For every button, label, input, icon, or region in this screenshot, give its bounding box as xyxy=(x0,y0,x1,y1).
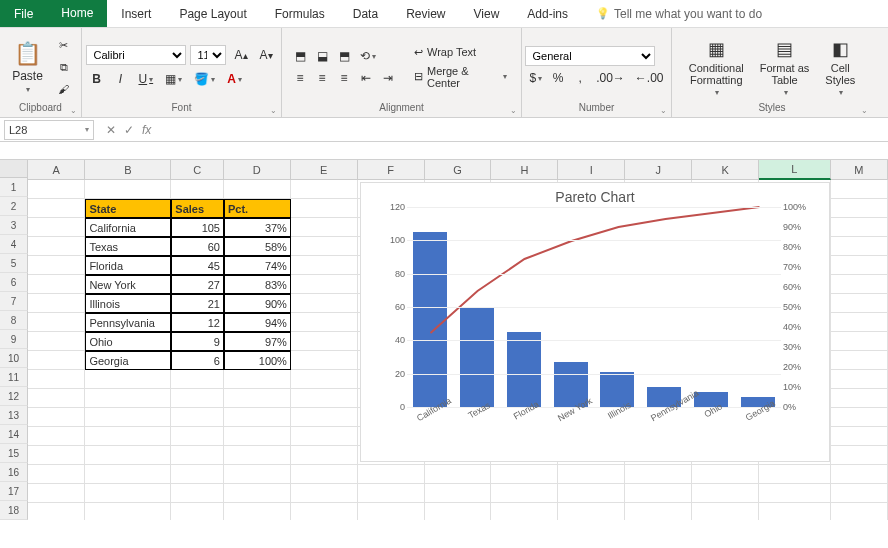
font-color-icon: A xyxy=(227,72,236,86)
group-font: Calibri 11 A▴ A▾ B I U ▦ 🪣 A Font xyxy=(82,28,282,117)
font-size-select[interactable]: 11 xyxy=(190,45,226,65)
format-as-table-button[interactable]: ▤Format as Table xyxy=(754,36,816,99)
tab-addins[interactable]: Add-ins xyxy=(513,0,582,27)
bold-button[interactable]: B xyxy=(86,69,106,89)
cell-styles-button[interactable]: ◧Cell Styles xyxy=(819,36,861,99)
increase-font-button[interactable]: A▴ xyxy=(230,45,251,65)
row-header-12[interactable]: 12 xyxy=(0,387,28,406)
cancel-formula-button[interactable]: ✕ xyxy=(106,123,116,137)
copy-icon: ⧉ xyxy=(60,61,68,74)
percent-format-button[interactable]: % xyxy=(548,68,568,88)
row-header-2[interactable]: 2 xyxy=(0,197,28,216)
group-label-clipboard: Clipboard xyxy=(8,102,73,115)
row-header-8[interactable]: 8 xyxy=(0,311,28,330)
column-header-H[interactable]: H xyxy=(491,160,558,180)
decrease-indent-button[interactable]: ⇤ xyxy=(356,68,376,88)
group-label-font: Font xyxy=(90,102,273,115)
table-icon: ▤ xyxy=(776,38,793,60)
decrease-font-button[interactable]: A▾ xyxy=(256,45,277,65)
row-header-4[interactable]: 4 xyxy=(0,235,28,254)
conditional-formatting-button[interactable]: ▦Conditional Formatting xyxy=(683,36,750,99)
orientation-button[interactable]: ⟲ xyxy=(356,46,380,66)
clipboard-icon: 📋 xyxy=(14,41,41,67)
align-bottom-button[interactable]: ⬒ xyxy=(334,46,354,66)
row-header-7[interactable]: 7 xyxy=(0,292,28,311)
fx-button[interactable]: fx xyxy=(142,123,151,137)
align-left-button[interactable]: ≡ xyxy=(290,68,310,88)
tab-home[interactable]: Home xyxy=(47,0,107,27)
row-header-11[interactable]: 11 xyxy=(0,368,28,387)
select-all-corner[interactable] xyxy=(0,160,28,178)
wrap-text-button[interactable]: ↩Wrap Text xyxy=(408,44,513,61)
column-header-D[interactable]: D xyxy=(224,160,291,180)
fill-color-button[interactable]: 🪣 xyxy=(190,69,219,89)
align-right-button[interactable]: ≡ xyxy=(334,68,354,88)
row-header-9[interactable]: 9 xyxy=(0,330,28,349)
row-header-14[interactable]: 14 xyxy=(0,425,28,444)
tell-me-search[interactable]: Tell me what you want to do xyxy=(582,0,776,27)
tab-formulas[interactable]: Formulas xyxy=(261,0,339,27)
align-top-button[interactable]: ⬒ xyxy=(290,46,310,66)
font-name-select[interactable]: Calibri xyxy=(86,45,186,65)
cut-button[interactable]: ✂ xyxy=(55,36,73,54)
row-header-6[interactable]: 6 xyxy=(0,273,28,292)
column-header-M[interactable]: M xyxy=(831,160,888,180)
tab-data[interactable]: Data xyxy=(339,0,392,27)
cond-format-icon: ▦ xyxy=(708,38,725,60)
column-header-C[interactable]: C xyxy=(171,160,224,180)
column-header-J[interactable]: J xyxy=(625,160,692,180)
column-header-E[interactable]: E xyxy=(291,160,358,180)
tab-review[interactable]: Review xyxy=(392,0,459,27)
font-color-button[interactable]: A xyxy=(223,69,246,89)
accounting-format-button[interactable]: $ xyxy=(525,68,546,88)
column-header-A[interactable]: A xyxy=(28,160,85,180)
italic-button[interactable]: I xyxy=(110,69,130,89)
tab-insert[interactable]: Insert xyxy=(107,0,165,27)
column-header-B[interactable]: B xyxy=(85,160,171,180)
row-header-13[interactable]: 13 xyxy=(0,406,28,425)
row-header-5[interactable]: 5 xyxy=(0,254,28,273)
cell-styles-icon: ◧ xyxy=(832,38,849,60)
chart-title: Pareto Chart xyxy=(361,183,829,207)
column-header-F[interactable]: F xyxy=(358,160,425,180)
increase-decimal-button[interactable]: .00→ xyxy=(592,68,629,88)
decrease-decimal-button[interactable]: ←.00 xyxy=(631,68,668,88)
align-center-button[interactable]: ≡ xyxy=(312,68,332,88)
align-middle-button[interactable]: ⬓ xyxy=(312,46,332,66)
tab-view[interactable]: View xyxy=(460,0,514,27)
underline-button[interactable]: U xyxy=(134,69,157,89)
tab-file[interactable]: File xyxy=(0,0,47,27)
enter-formula-button[interactable]: ✓ xyxy=(124,123,134,137)
scissors-icon: ✂ xyxy=(59,39,68,52)
group-label-styles: Styles xyxy=(680,102,864,115)
row-header-3[interactable]: 3 xyxy=(0,216,28,235)
paste-button[interactable]: 📋 Paste ▾ xyxy=(8,39,47,96)
tab-page-layout[interactable]: Page Layout xyxy=(165,0,260,27)
group-styles: ▦Conditional Formatting ▤Format as Table… xyxy=(672,28,872,117)
group-label-alignment: Alignment xyxy=(290,102,513,115)
pareto-chart[interactable]: Pareto Chart 020406080100120 0%10%20%30%… xyxy=(360,182,830,462)
row-header-18[interactable]: 18 xyxy=(0,501,28,520)
borders-button[interactable]: ▦ xyxy=(161,69,186,89)
increase-indent-button[interactable]: ⇥ xyxy=(378,68,398,88)
comma-format-button[interactable]: , xyxy=(570,68,590,88)
name-box[interactable]: L28▾ xyxy=(4,120,94,140)
format-painter-button[interactable]: 🖌 xyxy=(55,80,73,98)
border-icon: ▦ xyxy=(165,72,176,86)
row-header-17[interactable]: 17 xyxy=(0,482,28,501)
column-header-I[interactable]: I xyxy=(558,160,625,180)
column-header-G[interactable]: G xyxy=(425,160,492,180)
column-header-L[interactable]: L xyxy=(759,160,831,180)
row-header-1[interactable]: 1 xyxy=(0,178,28,197)
merge-center-button[interactable]: ⊟Merge & Center xyxy=(408,63,513,91)
formula-bar: L28▾ ✕ ✓ fx xyxy=(0,118,888,142)
paste-label: Paste xyxy=(12,69,43,83)
row-header-10[interactable]: 10 xyxy=(0,349,28,368)
number-format-select[interactable]: General xyxy=(525,46,655,66)
brush-icon: 🖌 xyxy=(58,83,69,95)
row-header-15[interactable]: 15 xyxy=(0,444,28,463)
chart-plot-area: 020406080100120 0%10%20%30%40%50%60%70%8… xyxy=(407,207,781,407)
row-header-16[interactable]: 16 xyxy=(0,463,28,482)
copy-button[interactable]: ⧉ xyxy=(55,58,73,76)
column-header-K[interactable]: K xyxy=(692,160,759,180)
